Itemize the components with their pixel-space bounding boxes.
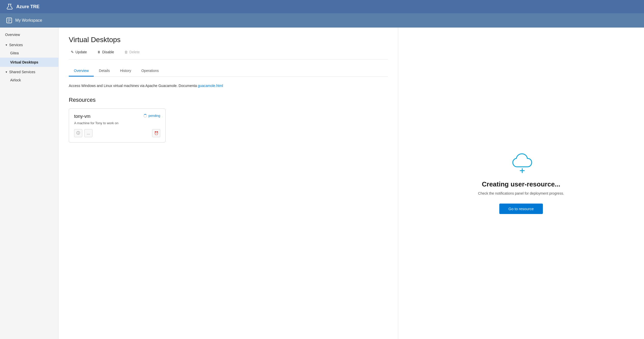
creation-subtitle: Check the notifications panel for deploy… xyxy=(478,191,564,195)
tab-history-label: History xyxy=(120,69,131,73)
services-chevron-icon: ▼ xyxy=(5,44,8,46)
resource-action-btns: ⓘ … xyxy=(74,129,92,137)
creation-title: Creating user-resource... xyxy=(482,180,560,188)
app-title: Azure TRE xyxy=(16,4,39,9)
services-label: Services xyxy=(9,43,23,47)
resource-history-button[interactable]: ⏰ xyxy=(152,129,160,137)
tab-overview[interactable]: Overview xyxy=(69,66,94,77)
resources-title: Resources xyxy=(69,97,388,103)
pending-spinner xyxy=(143,114,147,118)
overview-label: Overview xyxy=(5,33,20,37)
delete-label: Delete xyxy=(129,50,140,54)
gitea-label: Gitea xyxy=(10,51,19,55)
main-panel: Virtual Desktops ✎ Update ⏸ Disable 🗑 De… xyxy=(59,28,398,339)
description-text: Access Windows and Linux virtual machine… xyxy=(69,84,197,88)
tab-details-label: Details xyxy=(99,69,110,73)
tab-history[interactable]: History xyxy=(115,66,136,77)
workspace-icon xyxy=(6,17,12,23)
disable-label: Disable xyxy=(102,50,114,54)
resource-status: pending xyxy=(143,114,160,118)
more-icon: … xyxy=(87,131,90,135)
main-layout: Overview ▼ Services Gitea Virtual Deskto… xyxy=(0,28,644,339)
resource-info-button[interactable]: ⓘ xyxy=(74,129,82,137)
shared-services-chevron-icon: ▼ xyxy=(5,71,8,73)
disable-icon: ⏸ xyxy=(97,50,101,54)
resource-status-label: pending xyxy=(149,114,160,118)
sidebar-item-virtual-desktops[interactable]: Virtual Desktops xyxy=(0,58,58,67)
update-icon: ✎ xyxy=(71,50,74,54)
description-link[interactable]: guacamole.html xyxy=(198,84,223,88)
tabs: Overview Details History Operations xyxy=(69,66,388,77)
top-header: Azure TRE xyxy=(0,0,644,13)
resource-more-button[interactable]: … xyxy=(84,129,92,137)
service-description: Access Windows and Linux virtual machine… xyxy=(69,83,388,89)
creation-panel: Creating user-resource... Check the noti… xyxy=(398,28,644,339)
update-button[interactable]: ✎ Update xyxy=(69,49,89,55)
resource-card-header: tony-vm pending xyxy=(74,114,160,119)
resource-description: A machine for Tony to work on xyxy=(74,121,160,125)
tab-operations[interactable]: Operations xyxy=(136,66,164,77)
sidebar: Overview ▼ Services Gitea Virtual Deskto… xyxy=(0,28,59,339)
disable-button[interactable]: ⏸ Disable xyxy=(95,49,116,55)
delete-icon: 🗑 xyxy=(124,50,128,54)
sidebar-item-gitea[interactable]: Gitea xyxy=(0,48,58,58)
flask-icon xyxy=(6,3,13,10)
sidebar-item-overview[interactable]: Overview xyxy=(0,30,58,40)
history-icon: ⏰ xyxy=(154,131,158,135)
page-title: Virtual Desktops xyxy=(69,36,388,44)
info-icon: ⓘ xyxy=(76,131,80,135)
tab-overview-label: Overview xyxy=(74,69,89,73)
go-to-resource-button[interactable]: Go to resource xyxy=(499,204,543,214)
resource-name: tony-vm xyxy=(74,114,90,119)
sidebar-section-shared-services[interactable]: ▼ Shared Services xyxy=(0,67,58,76)
airlock-label: Airlock xyxy=(10,78,21,82)
virtual-desktops-label: Virtual Desktops xyxy=(10,60,38,64)
update-label: Update xyxy=(75,50,87,54)
delete-button[interactable]: 🗑 Delete xyxy=(122,49,142,55)
tab-operations-label: Operations xyxy=(141,69,159,73)
sidebar-item-airlock[interactable]: Airlock xyxy=(0,76,58,85)
sidebar-section-services[interactable]: ▼ Services xyxy=(0,40,58,48)
resource-actions: ⓘ … ⏰ xyxy=(74,129,160,137)
content-area: Virtual Desktops ✎ Update ⏸ Disable 🗑 De… xyxy=(59,28,644,339)
shared-services-label: Shared Services xyxy=(9,70,35,74)
resource-card: tony-vm pending A machine for Tony to wo… xyxy=(69,108,166,143)
action-bar: ✎ Update ⏸ Disable 🗑 Delete xyxy=(69,49,388,59)
workspace-title: My Workspace xyxy=(15,18,42,23)
cloud-plus-icon xyxy=(508,153,534,173)
tab-details[interactable]: Details xyxy=(94,66,115,77)
workspace-bar: My Workspace xyxy=(0,13,644,28)
